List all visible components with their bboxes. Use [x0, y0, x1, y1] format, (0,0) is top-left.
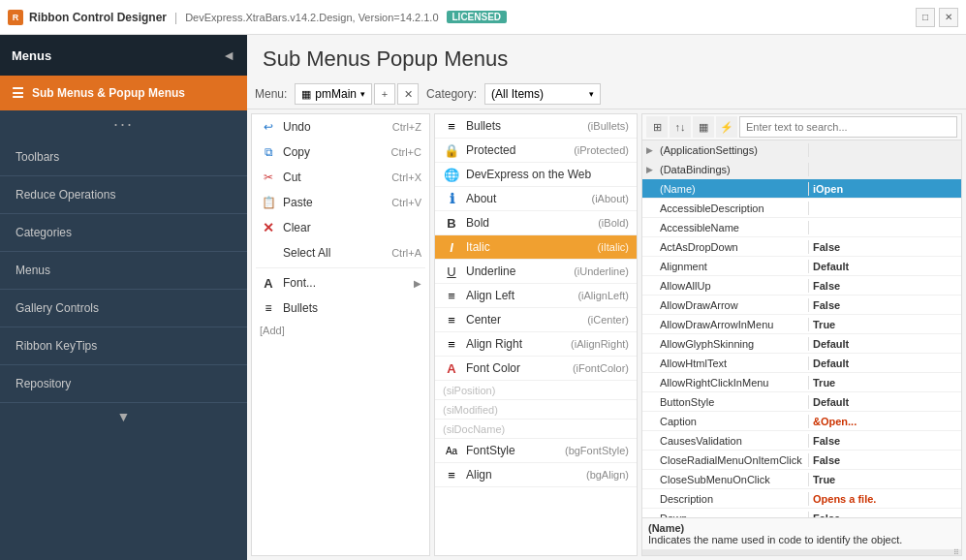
menu-item-paste[interactable]: 📋 Paste Ctrl+V — [252, 190, 429, 215]
title-separator: | — [174, 11, 177, 24]
props-row-caption[interactable]: Caption &Open... — [642, 412, 961, 431]
protected-icon: 🔒 — [443, 141, 460, 159]
cat-item-italic[interactable]: I Italic (iItalic) — [435, 235, 637, 260]
menu-select-value: pmMain — [315, 87, 357, 101]
underline-id: (iUnderline) — [574, 265, 629, 277]
resize-handle[interactable]: ⠿ — [642, 549, 961, 555]
web-icon: 🌐 — [443, 166, 460, 183]
menu-item-font[interactable]: A Font... ▶ — [252, 270, 429, 296]
menu-item-undo[interactable]: ↩ Undo Ctrl+Z — [252, 114, 429, 140]
props-row-allowrightclickinmenu[interactable]: AllowRightClickInMenu True — [642, 373, 961, 392]
close-button[interactable]: ✕ — [939, 8, 958, 27]
props-events-btn[interactable]: ⚡ — [716, 116, 737, 138]
font-arrow: ▶ — [414, 278, 421, 289]
si-docname-id: (siDocName) — [443, 423, 505, 435]
allowallup-name: AllowAllUp — [656, 279, 809, 293]
allowdrawarrowinmenu-val: True — [809, 318, 961, 331]
sidebar-item-reduce-operations[interactable]: Reduce Operations — [0, 176, 247, 214]
menu-select-icon: ▦ — [301, 88, 311, 101]
cut-icon: ✂ — [260, 169, 277, 186]
props-row-allowdrawarrowinmenu[interactable]: AllowDrawArrowInMenu True — [642, 315, 961, 334]
sidebar-item-categories[interactable]: Categories — [0, 214, 247, 252]
cat-item-si-position[interactable]: (siPosition) — [435, 381, 637, 400]
cat-item-si-modified[interactable]: (siModified) — [435, 400, 637, 420]
add-item[interactable]: [Add] — [252, 321, 429, 340]
caption-val: &Open... — [809, 415, 961, 428]
props-row-description[interactable]: Description Opens a file. — [642, 489, 961, 509]
category-select-button[interactable]: (All Items) ▾ — [484, 83, 601, 105]
menu-delete-button[interactable]: ✕ — [397, 83, 419, 105]
minimize-button[interactable]: □ — [916, 8, 935, 27]
sidebar-item-repository[interactable]: Repository — [0, 365, 247, 403]
content-header: Sub Menus Popup Menus — [247, 35, 966, 79]
props-row-closeradialmenu[interactable]: CloseRadialMenuOnItemClick False — [642, 451, 961, 470]
cat-item-align-right[interactable]: ≡ Align Right (iAlignRight) — [435, 332, 637, 357]
menu-select-button[interactable]: ▦ pmMain ▾ — [295, 83, 372, 105]
menu-item-clear[interactable]: ✕ Clear — [252, 215, 429, 240]
props-row-closesubmenu[interactable]: CloseSubMenuOnClick True — [642, 470, 961, 489]
align-right-label: Align Right — [466, 337, 571, 351]
undo-label: Undo — [283, 120, 389, 134]
props-row-allowallup[interactable]: AllowAllUp False — [642, 276, 961, 296]
align-right-icon: ≡ — [443, 335, 460, 353]
sidebar-item-menus[interactable]: Menus — [0, 252, 247, 290]
menu-item-cut[interactable]: ✂ Cut Ctrl+X — [252, 165, 429, 190]
cut-label: Cut — [283, 171, 388, 184]
props-row-allowdrawarrow[interactable]: AllowDrawArrow False — [642, 296, 961, 315]
props-row-accessible-name[interactable]: AccessibleName — [642, 218, 961, 237]
sidebar-scroll-down[interactable]: ▼ — [0, 403, 247, 430]
cat-item-devexpress-web[interactable]: 🌐 DevExpress on the Web — [435, 163, 637, 187]
cat-item-about[interactable]: ℹ About (iAbout) — [435, 187, 637, 211]
props-alphabetical-btn[interactable]: ↑↓ — [670, 116, 691, 138]
cat-item-si-docname[interactable]: (siDocName) — [435, 420, 637, 439]
cat-item-fontstyle[interactable]: Aa FontStyle (bgFontStyle) — [435, 439, 637, 463]
props-row-alignment[interactable]: Alignment Default — [642, 257, 961, 276]
props-categorized-btn[interactable]: ⊞ — [646, 116, 668, 138]
props-row-allowglyphskinning[interactable]: AllowGlyphSkinning Default — [642, 334, 961, 354]
cat-item-bold[interactable]: B Bold (iBold) — [435, 211, 637, 235]
cat-item-underline[interactable]: U Underline (iUnderline) — [435, 260, 637, 284]
align-left-icon: ≡ — [443, 287, 460, 304]
cat-item-align-left[interactable]: ≡ Align Left (iAlignLeft) — [435, 284, 637, 308]
props-row-buttonstyle[interactable]: ButtonStyle Default — [642, 392, 961, 412]
menu-add-button[interactable]: + — [374, 83, 395, 105]
center-icon: ≡ — [443, 311, 460, 328]
props-search-input[interactable] — [739, 116, 957, 138]
cat-item-align-group[interactable]: ≡ Align (bgAlign) — [435, 463, 637, 487]
sidebar-item-gallery-controls[interactable]: Gallery Controls — [0, 290, 247, 327]
copy-label: Copy — [283, 145, 388, 159]
menu-item-select-all[interactable]: Select All Ctrl+A — [252, 240, 429, 265]
sidebar: Menus ◄ ☰ Sub Menus & Popup Menus ··· To… — [0, 35, 247, 560]
props-row-name[interactable]: (Name) iOpen — [642, 179, 961, 199]
sidebar-back-arrow[interactable]: ◄ — [222, 47, 235, 63]
cat-item-protected[interactable]: 🔒 Protected (iProtected) — [435, 139, 637, 163]
props-group-applicationsettings[interactable]: ▶ (ApplicationSettings) — [642, 140, 961, 160]
sidebar-item-toolbars[interactable]: Toolbars — [0, 139, 247, 176]
si-position-id: (siPosition) — [443, 385, 495, 396]
cat-item-font-color[interactable]: A Font Color (iFontColor) — [435, 357, 637, 381]
props-row-actasdropdown[interactable]: ActAsDropDown False — [642, 237, 961, 257]
cat-item-center[interactable]: ≡ Center (iCenter) — [435, 308, 637, 332]
props-row-causesvalidation[interactable]: CausesValidation False — [642, 431, 961, 451]
app-icon: R — [8, 10, 23, 25]
category-label: Category: — [426, 87, 477, 101]
props-row-accessible-desc[interactable]: AccessibleDescription — [642, 199, 961, 218]
sidebar-dots: ··· — [0, 110, 247, 139]
allowhtmltext-val: Default — [809, 357, 961, 370]
sidebar-item-ribbon-keytips[interactable]: Ribbon KeyTips — [0, 327, 247, 365]
accessible-name-val — [809, 227, 961, 229]
sidebar-active-item[interactable]: ☰ Sub Menus & Popup Menus — [0, 76, 247, 110]
fontstyle-id: (bgFontStyle) — [565, 445, 629, 456]
select-all-icon — [260, 244, 277, 262]
menu-item-copy[interactable]: ⧉ Copy Ctrl+C — [252, 140, 429, 165]
menu-item-bullets[interactable]: ≡ Bullets — [252, 296, 429, 321]
props-row-down[interactable]: Down False — [642, 509, 961, 517]
cat-item-bullets[interactable]: ≡ Bullets (iBullets) — [435, 114, 637, 139]
props-group-databindings[interactable]: ▶ (DataBindings) — [642, 160, 961, 179]
props-pages-btn[interactable]: ▦ — [693, 116, 714, 138]
closesubmenu-name: CloseSubMenuOnClick — [656, 473, 809, 486]
allowallup-val: False — [809, 279, 961, 293]
closeradialmenu-val: False — [809, 453, 961, 467]
props-row-allowhtmltext[interactable]: AllowHtmlText Default — [642, 354, 961, 373]
clear-icon: ✕ — [260, 219, 277, 236]
